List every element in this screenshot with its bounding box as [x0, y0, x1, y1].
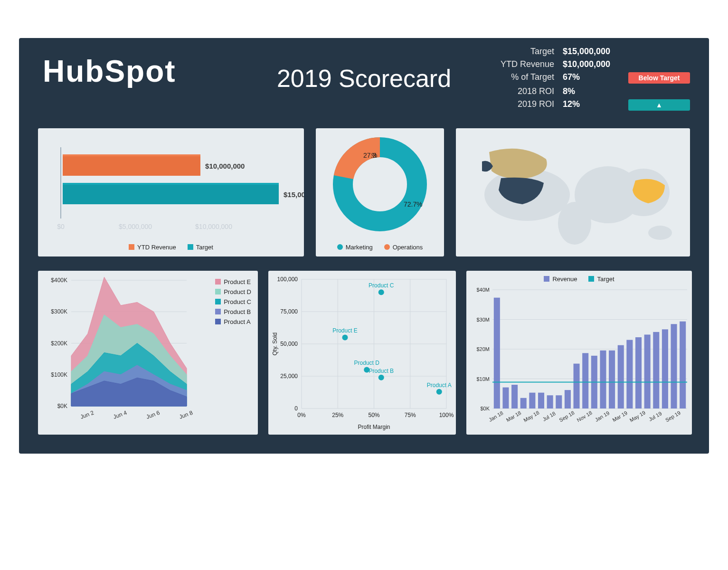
kpi-label: Target — [501, 47, 554, 57]
svg-text:75%: 75% — [405, 412, 416, 418]
svg-text:$400K: $400K — [51, 277, 67, 284]
legend-revenue: Revenue — [552, 276, 577, 283]
chart-scatter-margin: 025,00050,00075,000100,0000%25%50%75%100… — [268, 271, 456, 435]
svg-rect-81 — [600, 351, 606, 408]
x-tick: $10,000,000 — [195, 223, 232, 230]
svg-text:$0K: $0K — [480, 406, 490, 411]
svg-rect-76 — [556, 395, 562, 408]
svg-rect-75 — [547, 395, 553, 408]
legend-item: Product C — [215, 298, 251, 305]
svg-text:Jan 19: Jan 19 — [594, 410, 611, 423]
svg-rect-4 — [63, 185, 279, 204]
svg-text:Jun 4: Jun 4 — [113, 409, 128, 420]
kpi-label: 2018 ROI — [501, 86, 554, 96]
x-tick: $5,000,000 — [119, 223, 152, 230]
svg-rect-78 — [574, 364, 580, 408]
svg-text:Product E: Product E — [332, 327, 358, 334]
svg-text:0: 0 — [294, 405, 298, 412]
chart-world-map — [456, 128, 690, 256]
svg-text:100,000: 100,000 — [277, 276, 298, 283]
svg-text:%: % — [371, 152, 377, 159]
svg-rect-73 — [529, 393, 535, 408]
legend-ytd: YTD Revenue — [137, 244, 176, 251]
svg-text:Jul 19: Jul 19 — [648, 410, 662, 422]
svg-rect-86 — [644, 334, 651, 408]
svg-rect-71 — [511, 385, 518, 408]
region-canada — [489, 149, 547, 179]
legend-marketing: Marketing — [346, 244, 373, 251]
legend: Product EProduct DProduct CProduct BProd… — [215, 278, 251, 328]
svg-rect-79 — [582, 353, 588, 408]
kpi-value: $10,000,000 — [563, 59, 620, 69]
legend-item: Product B — [215, 308, 251, 315]
chart-expense-donut: 27.3 % 72.7 % Marketing Operations — [316, 128, 444, 256]
chart-area-products: $0K$100K$200K$300K$400KJun 2Jun 4Jun 6Ju… — [38, 271, 258, 435]
chart-ytd-vs-target: $10,000,000 $15,000,000 $0 $5,000,000 $1… — [38, 128, 304, 256]
svg-text:$200K: $200K — [51, 340, 67, 347]
svg-point-47 — [378, 289, 384, 295]
svg-text:Profit Margin: Profit Margin — [358, 424, 390, 430]
svg-text:May 18: May 18 — [522, 409, 540, 423]
legend-item: Product D — [215, 288, 251, 295]
svg-rect-74 — [538, 393, 544, 408]
x-tick: $0 — [57, 223, 65, 230]
bar-target-label: $15,000,000 — [284, 190, 304, 199]
svg-text:Product B: Product B — [369, 368, 394, 374]
legend-item: Product E — [215, 278, 251, 285]
legend: Marketing Operations — [316, 244, 444, 251]
svg-text:Jul 18: Jul 18 — [541, 410, 556, 422]
legend: Revenue Target — [466, 276, 692, 283]
svg-text:Jan 18: Jan 18 — [488, 410, 504, 423]
svg-text:$300K: $300K — [51, 308, 67, 315]
svg-text:Jun 2: Jun 2 — [79, 409, 95, 420]
svg-text:May 19: May 19 — [629, 409, 646, 423]
svg-rect-77 — [565, 390, 571, 408]
svg-text:%: % — [416, 200, 422, 208]
chart-monthly-revenue: Revenue Target $0K$10M$20M$30M$40MJan 18… — [466, 271, 692, 435]
svg-rect-87 — [653, 332, 659, 408]
svg-text:25,000: 25,000 — [280, 373, 298, 380]
svg-rect-2 — [63, 156, 200, 176]
svg-rect-83 — [618, 345, 624, 408]
svg-text:75,000: 75,000 — [280, 308, 298, 315]
kpi-label: YTD Revenue — [501, 59, 554, 69]
svg-text:Product C: Product C — [369, 282, 394, 289]
legend-item: Product A — [215, 318, 251, 325]
svg-text:Mar 19: Mar 19 — [611, 410, 628, 423]
bar-ytd-label: $10,000,000 — [205, 162, 245, 170]
svg-text:Sep 18: Sep 18 — [558, 410, 575, 423]
svg-rect-89 — [671, 324, 677, 408]
svg-rect-70 — [502, 388, 509, 408]
kpi-badge: ▲ — [628, 99, 690, 111]
legend-target: Target — [597, 276, 614, 283]
kpi-value: $15,000,000 — [563, 47, 620, 57]
svg-text:Sep 19: Sep 19 — [664, 410, 681, 423]
slice-mkt-pct: 72.7 — [404, 200, 416, 208]
kpi-value: 12% — [563, 99, 620, 111]
svg-text:0%: 0% — [297, 412, 306, 418]
svg-text:Product D: Product D — [354, 360, 380, 366]
svg-text:$20M: $20M — [476, 346, 490, 352]
svg-text:Mar 18: Mar 18 — [505, 410, 522, 423]
kpi-table: Target$15,000,000YTD Revenue$10,000,000%… — [501, 47, 690, 111]
svg-rect-88 — [662, 329, 668, 408]
legend-target: Target — [196, 244, 213, 251]
svg-text:$10M: $10M — [476, 376, 490, 382]
svg-text:50,000: 50,000 — [280, 341, 298, 347]
kpi-label: 2019 ROI — [501, 99, 554, 111]
svg-text:$30M: $30M — [476, 317, 490, 323]
kpi-value: 67% — [563, 72, 620, 84]
svg-text:$100K: $100K — [51, 371, 67, 378]
svg-point-55 — [436, 389, 442, 395]
svg-text:Product A: Product A — [427, 382, 452, 389]
svg-text:Nov 18: Nov 18 — [576, 410, 593, 423]
svg-point-53 — [378, 375, 384, 380]
svg-rect-84 — [626, 340, 633, 408]
svg-point-12 — [648, 226, 672, 240]
svg-text:Jun 6: Jun 6 — [145, 409, 161, 420]
legend-operations: Operations — [393, 244, 423, 251]
svg-text:50%: 50% — [368, 412, 379, 418]
svg-rect-72 — [520, 398, 527, 408]
svg-text:$40M: $40M — [476, 287, 490, 293]
svg-text:$0K: $0K — [57, 403, 67, 409]
